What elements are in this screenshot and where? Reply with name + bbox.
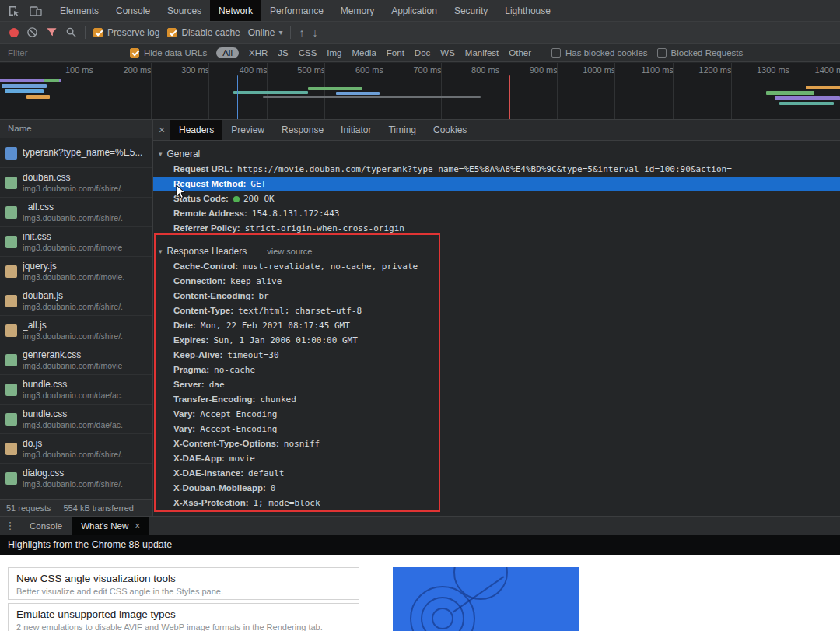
resource-type-filter-pill[interactable]: CSS [299,48,317,58]
request-row[interactable]: douban.css img3.doubanio.com/f/shire/. [0,168,152,198]
drawer-tab[interactable]: Console × [20,517,72,535]
filter-icon[interactable] [46,26,58,38]
import-har-icon[interactable]: ↑ [299,27,304,38]
resource-type-filter-pill[interactable]: Manifest [465,48,499,58]
panel-tab[interactable]: Lighthouse [496,0,559,21]
view-source-link[interactable]: view source [267,247,312,256]
details-tab[interactable]: Initiator [332,120,380,140]
header-row[interactable]: Expires:Sun, 1 Jan 2006 01:00:00 GMT [153,333,840,348]
devtools-window: Elements Console Sources Network Perform… [0,0,840,631]
file-type-icon [5,236,17,248]
request-row[interactable]: jquery.js img3.doubanio.com/f/movie. [0,257,152,286]
resource-type-filter-pill[interactable]: Other [509,48,531,58]
panel-tab[interactable]: Network [210,0,261,21]
inspect-element-icon[interactable] [8,5,20,17]
name-column-header[interactable]: Name [0,120,152,138]
file-type-icon [5,354,17,366]
panel-tab[interactable]: Security [446,0,496,21]
clear-network-log-icon[interactable] [26,26,38,38]
resource-type-filter-pill[interactable]: XHR [249,48,268,58]
preserve-log-label: Preserve log [107,27,159,38]
request-row[interactable]: bundle.css img3.doubanio.com/dae/ac. [0,375,152,405]
header-row[interactable]: X-Xss-Protection:1; mode=block [153,496,840,510]
request-row[interactable]: douban.js img3.doubanio.com/f/shire/. [0,286,152,316]
device-toolbar-icon[interactable] [30,5,42,17]
resource-type-filter-pill[interactable]: Img [327,48,341,58]
header-row[interactable]: Referrer Policy:strict-origin-when-cross… [153,221,840,236]
header-row[interactable]: X-DAE-Instance:default [153,466,840,481]
general-section-header[interactable]: ▾ General [153,146,840,162]
request-row[interactable]: init.css img3.doubanio.com/f/movie [0,227,152,257]
preserve-log-checkbox[interactable]: Preserve log [93,27,159,38]
details-tab[interactable]: Headers [170,120,222,140]
header-row[interactable]: Content-Type:text/html; charset=utf-8 [153,303,840,318]
header-row[interactable]: Keep-Alive:timeout=30 [153,348,840,363]
header-row[interactable]: Transfer-Encoding:chunked [153,392,840,407]
response-headers-section-header[interactable]: ▾ Response Headers view source [153,244,840,259]
has-blocked-cookies-checkbox[interactable]: Has blocked cookies [551,48,647,58]
header-row[interactable]: Vary:Accept-Encoding [153,422,840,436]
record-network-log-icon[interactable] [9,28,19,37]
request-row[interactable]: do.js img3.doubanio.com/f/shire/. [0,434,152,464]
close-tab-icon[interactable]: × [135,521,140,531]
resource-type-filter-pill[interactable]: Doc [415,48,430,58]
panel-tab[interactable]: Application [383,0,446,21]
whats-new-card[interactable]: New CSS angle visualization tools Better… [8,567,359,600]
more-tools-icon[interactable]: ⋮ [0,517,20,535]
panel-tab[interactable]: Console [107,0,159,21]
search-icon[interactable] [65,26,77,38]
network-overview-waterfall[interactable]: 100 ms 200 ms 300 ms 400 ms 500 ms 600 m… [0,63,840,120]
request-row[interactable]: genrerank.css img3.doubanio.com/f/movie [0,345,152,375]
triangle-expanded-icon: ▾ [159,150,163,158]
details-tab[interactable]: Timing [380,120,425,140]
panel-tab[interactable]: Sources [159,0,210,21]
details-tab[interactable]: Cookies [425,120,475,140]
header-row[interactable]: Status Code:200 OK [153,191,840,206]
request-row[interactable]: typerank?type_name=%E5... [0,138,152,168]
toolbar-divider [85,26,86,39]
header-row[interactable]: Content-Encoding:br [153,289,840,303]
whats-new-card[interactable]: Emulate unsupported image types 2 new em… [8,603,359,631]
resource-type-filter-pill[interactable]: JS [278,48,288,58]
resource-type-filter-pill[interactable]: WS [440,48,455,58]
hide-data-urls-checkbox[interactable]: Hide data URLs [130,48,207,58]
details-tab[interactable]: Response [273,120,332,140]
request-row[interactable]: _all.js img3.doubanio.com/f/shire/. [0,316,152,345]
request-row[interactable]: _all.css img3.doubanio.com/f/shire/. [0,198,152,227]
header-row[interactable]: Request Method:GET [153,177,840,191]
header-row[interactable]: Request URL:https://movie.douban.com/typ… [153,162,840,177]
header-row[interactable]: Connection:keep-alive [153,274,840,289]
resource-type-filter-pill[interactable]: Media [352,48,376,58]
header-row[interactable]: Server:dae [153,377,840,392]
header-row[interactable]: X-Douban-Mobileapp:0 [153,481,840,496]
header-row[interactable]: Pragma:no-cache [153,363,840,377]
request-row[interactable]: dialog.css img3.doubanio.com/f/shire/. [0,464,152,493]
panel-tab[interactable]: Elements [51,0,107,21]
filter-input[interactable] [8,48,121,58]
header-value: Mon, 22 Feb 2021 08:17:45 GMT [201,321,350,331]
throttling-dropdown[interactable]: Online ▾ [248,27,283,38]
checkbox-icon[interactable] [130,48,139,58]
checkbox-icon[interactable] [551,48,561,58]
blocked-requests-checkbox[interactable]: Blocked Requests [657,48,744,58]
checkbox-icon[interactable] [167,28,177,37]
header-row[interactable]: Remote Address:154.8.131.172:443 [153,206,840,221]
export-har-icon[interactable]: ↓ [312,27,317,38]
disable-cache-checkbox[interactable]: Disable cache [167,27,240,38]
resource-type-filter-pill[interactable]: All [216,47,239,58]
details-tab[interactable]: Preview [222,120,273,140]
checkbox-icon[interactable] [657,48,667,58]
header-row[interactable]: Cache-Control:must-revalidate, no-cache,… [153,259,840,274]
close-details-icon[interactable]: × [153,120,170,140]
resource-type-filter-pill[interactable]: Font [387,48,404,58]
drawer-tab[interactable]: What's New × [72,517,149,535]
header-row[interactable]: Date:Mon, 22 Feb 2021 08:17:45 GMT [153,318,840,333]
request-row[interactable]: bundle.css img3.doubanio.com/dae/ac. [0,405,152,434]
request-domain: img3.doubanio.com/dae/ac. [23,391,123,401]
checkbox-icon[interactable] [93,28,103,37]
header-row[interactable]: Vary:Accept-Encoding [153,407,840,422]
header-row[interactable]: X-Content-Type-Options:nosniff [153,436,840,451]
header-row[interactable]: X-DAE-App:movie [153,451,840,466]
panel-tab[interactable]: Performance [261,0,332,21]
panel-tab[interactable]: Memory [332,0,383,21]
